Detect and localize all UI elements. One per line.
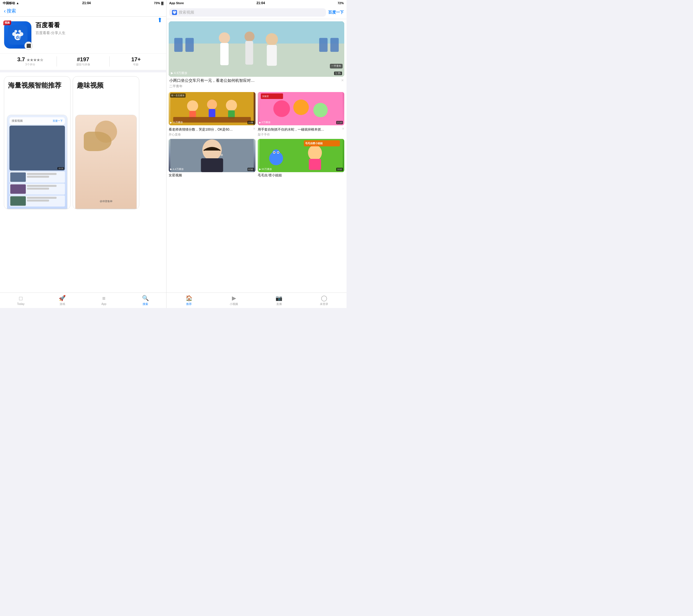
snake-views: ▶ 3万播放	[259, 121, 271, 124]
right-battery: 72%	[338, 1, 344, 5]
app-name: 百度看看	[36, 21, 162, 29]
girl-thumb[interactable]: ▶ 4.4万播放 0:50	[169, 139, 256, 172]
main-video-close[interactable]: ×	[341, 78, 344, 83]
main-video-title: 小两口坐公交车只有一元，看老公如何机智应对…	[169, 78, 340, 83]
back-label: 搜索	[7, 8, 16, 14]
search-placeholder: 搜索视频	[179, 10, 323, 15]
right-time: 21:04	[256, 1, 265, 5]
tab-today-label: Today	[17, 303, 25, 306]
tab-games-label: 游戏	[60, 302, 65, 306]
screenshot-title-1: 海量视频智能推荐	[4, 77, 70, 91]
nav-bar: ‹ 搜索	[0, 6, 166, 17]
share-button[interactable]: ⬆	[157, 17, 162, 24]
tab-short-video[interactable]: ▶ 小视频	[212, 295, 256, 306]
rating-bar: 3.7 ★★★★☆ 3个评分 #197 摄影与录像 17+ 年龄	[0, 53, 166, 70]
svg-point-11	[175, 11, 176, 12]
play-icon-cartoon: ▶	[259, 168, 261, 170]
svg-rect-16	[319, 38, 328, 52]
tab-live-label: 直播	[276, 302, 282, 306]
inner-thumb-3	[10, 196, 26, 206]
tab-login[interactable]: ◯ 未登录	[301, 295, 346, 306]
play-icon-snake: ▶	[259, 121, 261, 124]
screenshot-title-2: 趣味视频	[73, 77, 139, 91]
anime-views: ▶ 11万播放	[170, 121, 183, 124]
tab-login-label: 未登录	[320, 302, 328, 306]
svg-point-41	[221, 154, 223, 156]
share-icon: ⬆	[157, 17, 162, 24]
cartoon-thumb[interactable]: 毛毛虫喷小姐姐 ▶ 33万播放 3:02	[258, 139, 344, 172]
svg-point-44	[272, 149, 280, 157]
svg-point-25	[187, 100, 198, 111]
chevron-left-icon: ‹	[4, 8, 6, 14]
tab-games[interactable]: 🚀 游戏	[42, 295, 83, 306]
inner-line-2	[27, 176, 49, 178]
inner-search-btn: 百度一下	[53, 119, 63, 123]
cartoon-views: ▶ 33万播放	[259, 167, 272, 171]
main-video-thumb[interactable]: ▶ 4.9万播放 1:35 一平青年	[169, 21, 344, 77]
svg-rect-40	[201, 158, 223, 172]
cartoon-thumb-bg: 毛毛虫喷小姐姐	[258, 139, 344, 172]
app-header: du 视频 ⬛ 百度看看 百度看看-分享人生 ⬆	[0, 17, 166, 53]
anime-thumb[interactable]: ▶ 11万播放 2:08 有一丢丢紧张	[169, 92, 256, 125]
cartoon-card-title: 毛毛虫 喷小姐姐	[258, 173, 344, 178]
inner-line-6	[27, 200, 49, 202]
play-icon-small: ▶	[171, 71, 173, 75]
tab-recommend-label: 推荐	[186, 302, 192, 306]
screenshot-card-2: 趣味视频 @仰望食神	[73, 76, 139, 209]
snake-thumb[interactable]: 实验室 ▶ 3万播放 2:10	[258, 92, 344, 125]
download-button[interactable]: ⬛	[24, 42, 33, 50]
svg-text:实验室: 实验室	[262, 95, 269, 98]
live-icon: 📷	[276, 295, 282, 301]
search-submit-button[interactable]: 百度一下	[328, 10, 344, 15]
carrier-label: 中国移动	[3, 1, 15, 5]
main-video-overlay: 一平青年	[330, 64, 343, 68]
apps-icon: ≡	[102, 295, 106, 302]
tab-recommend[interactable]: 🏠 推荐	[166, 295, 212, 306]
svg-rect-23	[267, 45, 277, 66]
left-tab-bar: □ Today 🚀 游戏 ≡ App 🔍 搜索	[0, 292, 166, 308]
battery-label: 73%	[154, 1, 160, 5]
inner-line-3	[27, 185, 57, 187]
age-value: 17+	[110, 56, 162, 63]
tab-apps[interactable]: ≡ App	[83, 295, 125, 306]
download-icon: ⬛	[26, 43, 31, 48]
age-label: 年龄	[110, 63, 162, 66]
girl-views: ▶ 4.4万播放	[170, 167, 184, 171]
main-video-container: ▶ 4.9万播放 1:35 一平青年 小两口坐公交车只有一元，看老公如何机智应对…	[169, 21, 344, 90]
snake-card-close[interactable]: ×	[342, 126, 344, 131]
svg-rect-15	[185, 38, 194, 52]
battery-icon: ▓	[161, 1, 163, 5]
rating-age-item: 17+ 年龄	[110, 56, 162, 66]
anime-overlay-text: 有一丢丢紧张	[170, 94, 185, 98]
svg-text:毛毛虫喷小姐姐: 毛毛虫喷小姐姐	[305, 142, 323, 145]
inner-video-main: 19:33	[9, 126, 65, 170]
inner-video-row-3	[9, 196, 65, 207]
svg-point-48	[277, 152, 279, 153]
anime-card-author: 开心蛋卷	[169, 132, 256, 137]
inner-text-1	[27, 172, 64, 182]
tab-live[interactable]: 📷 直播	[257, 295, 301, 306]
svg-point-49	[308, 145, 322, 161]
screenshots-row: 海量视频智能推荐 搜索视频 百度一下 19:33	[4, 76, 162, 209]
rating-rank-item: #197 摄影与录像	[57, 56, 110, 66]
svg-rect-28	[209, 109, 215, 117]
tab-search[interactable]: 🔍 搜索	[124, 295, 166, 306]
login-icon: ◯	[321, 295, 327, 301]
search-bar[interactable]: 搜索视频	[169, 8, 326, 17]
tab-search-label: 搜索	[143, 302, 148, 306]
play-icon-anime: ▶	[170, 121, 172, 124]
svg-point-29	[226, 100, 237, 111]
wifi-icon: ▲	[16, 1, 19, 5]
main-video-title-row: 小两口坐公交车只有一元，看老公如何机智应对… ×	[169, 77, 344, 84]
svg-rect-17	[331, 38, 339, 52]
svg-rect-31	[173, 117, 251, 123]
right-tab-bar: 🏠 推荐 ▶ 小视频 📷 直播 ◯ 未登录	[166, 292, 346, 308]
video-card-snake: 实验室 ▶ 3万播放 2:10 用手套自制抓不住的水蛇，一碰就掉根本抓… × 架…	[258, 92, 344, 137]
inner-thumb-1	[10, 172, 26, 182]
svg-point-18	[219, 33, 230, 43]
back-button[interactable]: ‹ 搜索	[4, 8, 162, 14]
rank-label: 摄影与录像	[57, 63, 110, 66]
screenshots-section: 海量视频智能推荐 搜索视频 百度一下 19:33	[0, 73, 166, 292]
anime-card-close[interactable]: ×	[253, 126, 255, 131]
tab-today[interactable]: □ Today	[0, 295, 42, 306]
